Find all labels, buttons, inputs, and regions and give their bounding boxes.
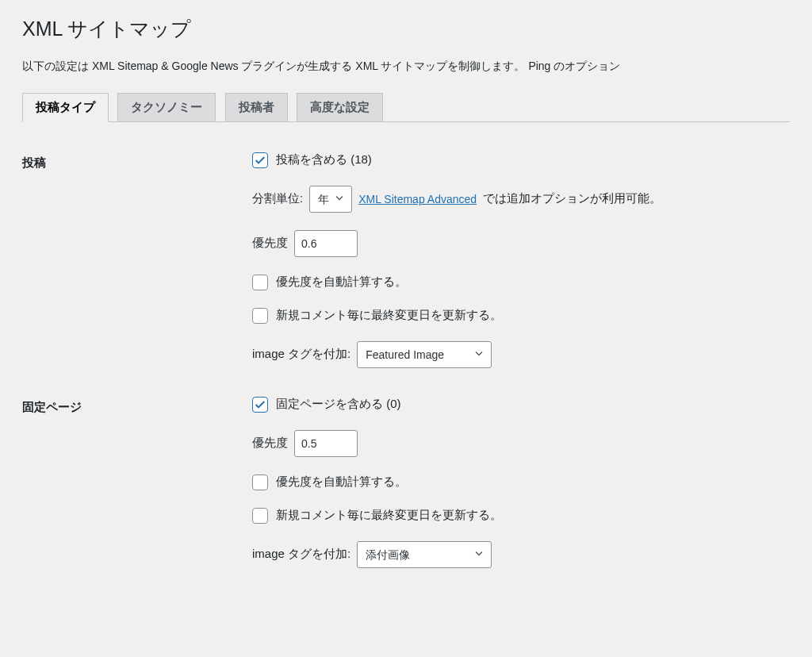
include-pages-checkbox[interactable] (252, 397, 268, 413)
pages-auto-priority-label[interactable]: 優先度を自動計算する。 (252, 474, 407, 490)
posts-auto-priority-text: 優先度を自動計算する。 (276, 275, 407, 290)
posts-image-tag-select[interactable]: Featured Image (357, 341, 492, 368)
posts-priority-label: 優先度 (252, 236, 288, 251)
include-posts-text: 投稿を含める (18) (276, 152, 372, 167)
tab-post-types[interactable]: 投稿タイプ (22, 93, 109, 122)
pages-image-tag-label: image タグを付加: (252, 547, 350, 562)
include-pages-label[interactable]: 固定ページを含める (0) (252, 397, 401, 413)
pages-auto-priority-checkbox[interactable] (252, 474, 268, 490)
posts-priority-input[interactable] (294, 230, 358, 257)
pages-image-tag-select[interactable]: 添付画像 (357, 541, 492, 568)
split-by-label: 分割単位: (252, 191, 303, 206)
advanced-after-text: では追加オプションが利用可能。 (483, 191, 661, 206)
pages-priority-input[interactable] (294, 430, 358, 457)
section-heading-posts: 投稿 (22, 138, 244, 382)
posts-auto-priority-checkbox[interactable] (252, 275, 268, 290)
xml-sitemap-advanced-link[interactable]: XML Sitemap Advanced (358, 193, 477, 206)
tab-nav: 投稿タイプ タクソノミー 投稿者 高度な設定 (22, 92, 790, 122)
posts-update-lastmod-text: 新規コメント毎に最終変更日を更新する。 (276, 308, 502, 323)
tab-taxonomies[interactable]: タクソノミー (117, 93, 216, 121)
posts-image-tag-label: image タグを付加: (252, 347, 350, 362)
pages-update-lastmod-text: 新規コメント毎に最終変更日を更新する。 (276, 508, 502, 523)
include-posts-checkbox[interactable] (252, 152, 268, 168)
include-posts-label[interactable]: 投稿を含める (18) (252, 152, 372, 168)
posts-update-lastmod-checkbox[interactable] (252, 308, 268, 324)
page-title: XML サイトマップ (22, 0, 790, 50)
section-heading-pages: 固定ページ (22, 382, 244, 582)
pages-update-lastmod-checkbox[interactable] (252, 508, 268, 524)
posts-auto-priority-label[interactable]: 優先度を自動計算する。 (252, 275, 407, 290)
pages-priority-label: 優先度 (252, 436, 288, 451)
split-by-select[interactable]: 年 (309, 186, 352, 213)
pages-auto-priority-text: 優先度を自動計算する。 (276, 474, 407, 490)
include-pages-text: 固定ページを含める (0) (276, 397, 401, 412)
tab-authors[interactable]: 投稿者 (225, 93, 288, 121)
page-description: 以下の設定は XML Sitemap & Google News プラグインが生… (22, 58, 790, 75)
posts-update-lastmod-label[interactable]: 新規コメント毎に最終変更日を更新する。 (252, 308, 502, 324)
pages-update-lastmod-label[interactable]: 新規コメント毎に最終変更日を更新する。 (252, 508, 502, 524)
tab-advanced[interactable]: 高度な設定 (297, 93, 383, 121)
check-icon (254, 398, 266, 411)
check-icon (254, 154, 266, 167)
